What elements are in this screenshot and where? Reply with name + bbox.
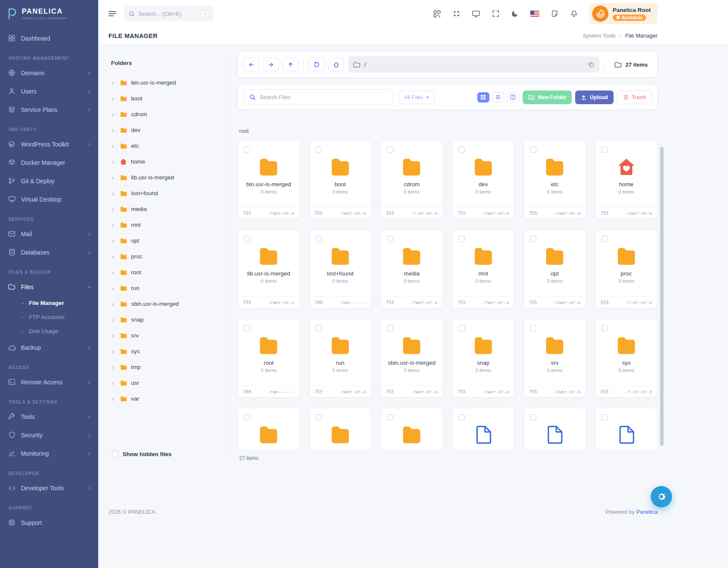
file-card-mnt[interactable]: mnt0 items755-rwxr-xr-x: [452, 229, 515, 308]
settings-fab[interactable]: [651, 486, 672, 507]
select-checkbox[interactable]: [602, 414, 608, 421]
monitor-icon[interactable]: [472, 10, 480, 18]
user-menu[interactable]: Panelica Root SysAdmin: [589, 3, 658, 24]
sidebar-item-developer-tools[interactable]: Developer Tools›: [0, 479, 98, 497]
sidebar-item-disk-usage[interactable]: –Disk Usage: [0, 324, 98, 338]
file-card-home[interactable]: home0 items755-rwxr-xr-x: [595, 140, 658, 219]
bell-icon[interactable]: [570, 10, 578, 18]
up-button[interactable]: [282, 58, 298, 71]
sidebar-item-support[interactable]: Support: [0, 513, 98, 532]
sidebar-item-docker-manager[interactable]: Docker Manager: [0, 153, 98, 172]
file-search[interactable]: [244, 89, 393, 105]
folder-tree-item-tmp[interactable]: ›tmp: [108, 359, 231, 375]
chevron-right-icon[interactable]: ›: [112, 364, 116, 370]
global-search-input[interactable]: [138, 11, 198, 17]
file-card-boot[interactable]: boot0 items755-rwxr-xr-x: [309, 140, 372, 219]
folder-tree-item-media[interactable]: ›media: [108, 201, 231, 217]
chevron-right-icon[interactable]: ›: [112, 269, 116, 275]
select-checkbox[interactable]: [244, 414, 250, 421]
sidebar-item-files[interactable]: Files›: [0, 278, 98, 296]
file-card-cdrom[interactable]: cdrom0 items555-r-xr-xr-x: [380, 140, 443, 219]
chevron-right-icon[interactable]: ›: [112, 143, 116, 149]
folder-tree-item-boot[interactable]: ›boot: [108, 91, 231, 106]
sidebar-item-file-manager[interactable]: –File Manager: [0, 296, 98, 310]
home-button[interactable]: [328, 58, 344, 71]
folder-tree-item-lost-found[interactable]: ›lost+found: [108, 185, 231, 201]
file-card-sbin-usr-is-merged[interactable]: sbin.usr-is-merged0 items755-rwxr-xr-x: [380, 319, 443, 398]
view-grid-button[interactable]: [477, 92, 489, 102]
file-card-item-21[interactable]: [380, 408, 443, 449]
file-type-filter[interactable]: All Files ▾: [398, 91, 435, 104]
copy-path-icon[interactable]: [588, 61, 594, 68]
sidebar-item-security[interactable]: Security›: [0, 426, 98, 444]
file-card-item-24[interactable]: [595, 408, 658, 449]
select-checkbox[interactable]: [387, 325, 393, 331]
sidebar-item-backup[interactable]: Backup›: [0, 338, 98, 357]
folder-tree-item-srv[interactable]: ›srv: [108, 328, 231, 343]
select-checkbox[interactable]: [459, 236, 465, 242]
file-card-lib-usr-is-merged[interactable]: lib.usr-is-merged0 items755-rwxr-xr-x: [237, 229, 300, 308]
show-hidden-checkbox[interactable]: [112, 451, 118, 457]
select-checkbox[interactable]: [602, 146, 608, 153]
chevron-right-icon[interactable]: ›: [112, 285, 116, 291]
chevron-right-icon[interactable]: ›: [112, 206, 116, 212]
folder-tree-item-mnt[interactable]: ›mnt: [108, 217, 231, 233]
sidebar-item-users[interactable]: Users›: [0, 82, 98, 100]
folder-tree-item-dev[interactable]: ›dev: [108, 122, 231, 138]
chevron-right-icon[interactable]: ›: [112, 316, 116, 323]
note-icon[interactable]: [551, 10, 558, 18]
chevron-right-icon[interactable]: ›: [112, 111, 116, 117]
chevron-right-icon[interactable]: ›: [112, 95, 116, 102]
select-checkbox[interactable]: [387, 236, 393, 242]
file-card-snap[interactable]: snap0 items755-rwxr-xr-x: [452, 319, 515, 398]
select-checkbox[interactable]: [602, 325, 608, 331]
folder-tree-item-cdrom[interactable]: ›cdrom: [108, 106, 231, 122]
view-list-button[interactable]: [492, 92, 504, 102]
chevron-right-icon[interactable]: ›: [112, 301, 116, 307]
folder-tree-item-run[interactable]: ›run: [108, 280, 231, 296]
select-checkbox[interactable]: [387, 146, 393, 153]
sidebar-item-remote-access[interactable]: Remote Access›: [0, 373, 98, 391]
powered-brand[interactable]: Panelica: [636, 509, 658, 515]
file-card-srv[interactable]: srv0 items755-rwxr-xr-x: [523, 319, 586, 398]
folder-tree-item-sbin-usr-is-merged[interactable]: ›sbin.usr-is-merged: [108, 296, 231, 312]
forward-button[interactable]: [263, 58, 279, 71]
file-card-sys[interactable]: sys0 items555-r-xr-xr-x: [595, 319, 658, 398]
file-card-proc[interactable]: proc0 items555-r-xr-xr-x: [595, 229, 658, 308]
chevron-right-icon[interactable]: ›: [112, 190, 116, 196]
select-checkbox[interactable]: [530, 325, 536, 331]
apps-icon[interactable]: [453, 10, 460, 18]
chevron-right-icon[interactable]: ›: [112, 79, 116, 86]
chevron-right-icon[interactable]: ›: [112, 222, 116, 228]
path-bar[interactable]: /: [348, 56, 599, 73]
sidebar-item-service-plans[interactable]: Service Plans›: [0, 100, 98, 119]
select-checkbox[interactable]: [530, 414, 536, 421]
folder-tree-item-opt[interactable]: ›opt: [108, 233, 231, 249]
global-search[interactable]: /: [124, 6, 213, 21]
select-checkbox[interactable]: [316, 414, 322, 421]
file-card-item-23[interactable]: [523, 408, 586, 449]
logo[interactable]: PANELICA isolated control architecture: [0, 0, 98, 27]
folder-tree-item-etc[interactable]: ›etc: [108, 138, 231, 154]
file-card-item-19[interactable]: [237, 408, 300, 449]
file-card-etc[interactable]: etc0 items755-rwxr-xr-x: [523, 140, 586, 219]
select-checkbox[interactable]: [530, 236, 536, 242]
folder-tree-item-bin-usr-is-merged[interactable]: ›bin.usr-is-merged: [108, 75, 231, 91]
folder-tree-item-proc[interactable]: ›proc: [108, 249, 231, 264]
sidebar-item-databases[interactable]: Databases›: [0, 243, 98, 261]
sidebar-item-domains[interactable]: Domains›: [0, 64, 98, 82]
sidebar-item-wordpress-toolkit[interactable]: WordPress Toolkit›: [0, 135, 98, 153]
chevron-right-icon[interactable]: ›: [112, 237, 116, 244]
select-checkbox[interactable]: [244, 146, 250, 153]
file-card-run[interactable]: run0 items755-rwxr-xr-x: [309, 319, 372, 398]
select-checkbox[interactable]: [602, 236, 608, 242]
file-card-item-20[interactable]: [309, 408, 372, 449]
chevron-right-icon[interactable]: ›: [112, 332, 116, 339]
sidebar-item-dashboard[interactable]: Dashboard: [0, 29, 98, 47]
sidebar-item-monitoring[interactable]: Monitoring›: [0, 444, 98, 463]
select-checkbox[interactable]: [316, 325, 322, 331]
file-card-item-22[interactable]: [452, 408, 515, 449]
folder-tree-item-lib-usr-is-merged[interactable]: ›lib.usr-is-merged: [108, 170, 231, 185]
file-card-media[interactable]: media0 items755-rwxr-xr-x: [380, 229, 443, 308]
qr-icon[interactable]: [433, 10, 441, 18]
